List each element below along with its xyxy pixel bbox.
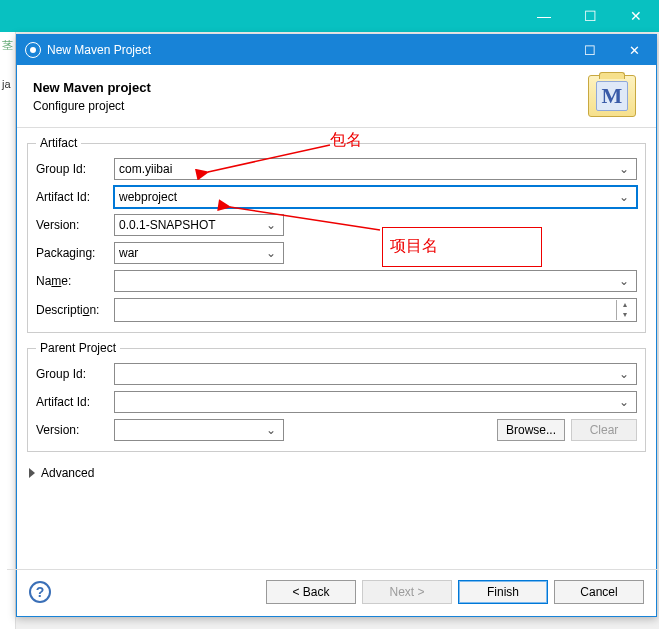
dialog-maximize-button[interactable]: ☐ (568, 35, 612, 65)
parent-legend: Parent Project (36, 341, 120, 355)
advanced-expander[interactable]: Advanced (27, 460, 646, 486)
spinner-up-icon[interactable]: ▴ (617, 300, 632, 310)
new-maven-project-dialog: New Maven Project ☐ ✕ New Maven project … (16, 34, 657, 617)
group-id-label: Group Id: (36, 162, 114, 176)
chevron-down-icon: ⌄ (616, 367, 632, 381)
annotation-package-name: 包名 (330, 130, 362, 151)
parent-artifact-id-combo[interactable]: ⌄ (114, 391, 637, 413)
name-combo[interactable]: ⌄ (114, 270, 637, 292)
artifact-id-combo[interactable]: webproject⌄ (114, 186, 637, 208)
dialog-titlebar[interactable]: New Maven Project ☐ ✕ (17, 35, 656, 65)
parent-group-id-combo[interactable]: ⌄ (114, 363, 637, 385)
back-button[interactable]: < Back (266, 580, 356, 604)
chevron-down-icon: ⌄ (263, 218, 279, 232)
parent-maximize-button[interactable]: ☐ (567, 0, 613, 32)
wizard-banner: New Maven project Configure project M (17, 65, 656, 128)
packaging-combo[interactable]: war⌄ (114, 242, 284, 264)
parent-close-button[interactable]: ✕ (613, 0, 659, 32)
version-label: Version: (36, 218, 114, 232)
description-label: Description: (36, 303, 114, 317)
chevron-down-icon: ⌄ (616, 190, 632, 204)
chevron-down-icon: ⌄ (616, 274, 632, 288)
parent-group-id-label: Group Id: (36, 367, 114, 381)
gutter-text: ja (2, 78, 11, 90)
banner-subtitle: Configure project (33, 99, 588, 113)
help-button[interactable]: ? (29, 581, 51, 603)
cancel-button[interactable]: Cancel (554, 580, 644, 604)
advanced-label: Advanced (41, 466, 94, 480)
dialog-footer: ? < Back Next > Finish Cancel (17, 570, 656, 616)
editor-gutter: 茎 ja (0, 32, 16, 629)
gutter-text: 茎 (2, 38, 13, 53)
dialog-close-button[interactable]: ✕ (612, 35, 656, 65)
clear-button[interactable]: Clear (571, 419, 637, 441)
parent-artifact-id-label: Artifact Id: (36, 395, 114, 409)
description-input[interactable]: ▴▾ (114, 298, 637, 322)
name-label: Name: (36, 274, 114, 288)
parent-version-label: Version: (36, 423, 114, 437)
dialog-title: New Maven Project (47, 43, 568, 57)
triangle-right-icon (29, 468, 35, 478)
chevron-down-icon: ⌄ (616, 395, 632, 409)
maven-folder-icon: M (588, 75, 636, 117)
spinner-down-icon[interactable]: ▾ (617, 310, 632, 320)
artifact-legend: Artifact (36, 136, 81, 150)
artifact-id-label: Artifact Id: (36, 190, 114, 204)
banner-title: New Maven project (33, 80, 588, 95)
artifact-group: Artifact Group Id: com.yiibai⌄ Artifact … (27, 136, 646, 333)
packaging-label: Packaging: (36, 246, 114, 260)
chevron-down-icon: ⌄ (263, 423, 279, 437)
eclipse-icon (25, 42, 41, 58)
chevron-down-icon: ⌄ (263, 246, 279, 260)
parent-window-titlebar: — ☐ ✕ (0, 0, 659, 32)
browse-button[interactable]: Browse... (497, 419, 565, 441)
parent-version-combo[interactable]: ⌄ (114, 419, 284, 441)
group-id-combo[interactable]: com.yiibai⌄ (114, 158, 637, 180)
next-button[interactable]: Next > (362, 580, 452, 604)
annotation-box (382, 227, 542, 267)
parent-minimize-button[interactable]: — (521, 0, 567, 32)
parent-project-group: Parent Project Group Id: ⌄ Artifact Id: … (27, 341, 646, 452)
version-combo[interactable]: 0.0.1-SNAPSHOT⌄ (114, 214, 284, 236)
finish-button[interactable]: Finish (458, 580, 548, 604)
chevron-down-icon: ⌄ (616, 162, 632, 176)
